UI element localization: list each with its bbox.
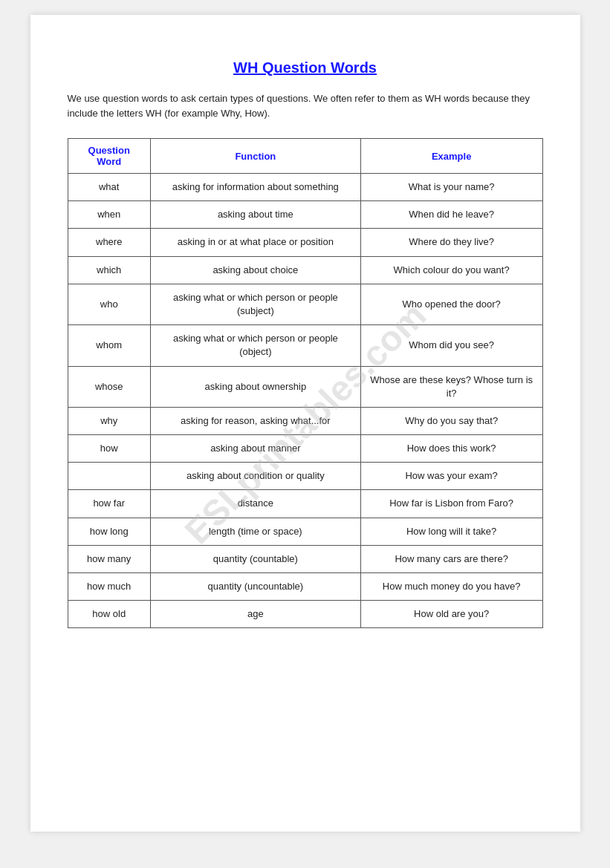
cell-question-word: where bbox=[68, 229, 150, 256]
cell-example: Whose are these keys? Whose turn is it? bbox=[360, 366, 542, 407]
cell-example: How long will it take? bbox=[360, 518, 542, 545]
table-row: whereasking in or at what place or posit… bbox=[68, 229, 542, 256]
cell-question-word: which bbox=[68, 256, 150, 284]
cell-example: Why do you say that? bbox=[360, 407, 542, 434]
cell-question-word: how much bbox=[68, 573, 150, 601]
cell-example: Who opened the door? bbox=[360, 284, 542, 324]
table-row: whyasking for reason, asking what...forW… bbox=[68, 407, 542, 434]
cell-example: How was your exam? bbox=[360, 463, 542, 490]
cell-example: Where do they live? bbox=[360, 229, 542, 256]
wh-words-table: Question Word Function Example whataskin… bbox=[68, 138, 543, 628]
table-row: whoasking what or which person or people… bbox=[68, 284, 542, 324]
cell-example: How old are you? bbox=[360, 601, 542, 628]
table-row: whatasking for information about somethi… bbox=[68, 174, 542, 201]
intro-paragraph: We use question words to ask certain typ… bbox=[68, 91, 543, 120]
cell-function: quantity (uncountable) bbox=[150, 573, 360, 601]
cell-question-word: why bbox=[68, 407, 150, 434]
cell-function: length (time or space) bbox=[150, 518, 360, 545]
cell-function: asking about ownership bbox=[150, 366, 360, 407]
table-row: how oldageHow old are you? bbox=[68, 601, 542, 628]
table-row: asking about condition or qualityHow was… bbox=[68, 463, 542, 490]
cell-question-word: who bbox=[68, 284, 150, 324]
table-row: whenasking about timeWhen did he leave? bbox=[68, 201, 542, 229]
cell-example: How much money do you have? bbox=[360, 573, 542, 601]
table-row: how manyquantity (countable)How many car… bbox=[68, 545, 542, 572]
col-header-example: Example bbox=[360, 139, 542, 174]
cell-question-word: when bbox=[68, 201, 150, 229]
table-row: howasking about mannerHow does this work… bbox=[68, 435, 542, 463]
cell-example: Whom did you see? bbox=[360, 325, 542, 366]
cell-example: How far is Lisbon from Faro? bbox=[360, 490, 542, 518]
table-row: how fardistanceHow far is Lisbon from Fa… bbox=[68, 490, 542, 518]
cell-question-word: how far bbox=[68, 490, 150, 518]
cell-function: asking about time bbox=[150, 201, 360, 229]
cell-question-word: whom bbox=[68, 325, 150, 366]
cell-question-word: whose bbox=[68, 366, 150, 407]
table-row: whichasking about choiceWhich colour do … bbox=[68, 256, 542, 284]
cell-question-word: how bbox=[68, 435, 150, 463]
table-row: whomasking what or which person or peopl… bbox=[68, 325, 542, 366]
cell-function: asking for information about something bbox=[150, 174, 360, 201]
table-row: how longlength (time or space)How long w… bbox=[68, 518, 542, 545]
col-header-question-word: Question Word bbox=[68, 139, 150, 174]
page-title: WH Question Words bbox=[68, 59, 543, 76]
cell-function: age bbox=[150, 601, 360, 628]
cell-example: What is your name? bbox=[360, 174, 542, 201]
cell-question-word: how old bbox=[68, 601, 150, 628]
table-row: how muchquantity (uncountable)How much m… bbox=[68, 573, 542, 601]
cell-question-word: how many bbox=[68, 545, 150, 572]
table-row: whoseasking about ownershipWhose are the… bbox=[68, 366, 542, 407]
cell-example: Which colour do you want? bbox=[360, 256, 542, 284]
cell-example: How does this work? bbox=[360, 435, 542, 463]
cell-function: asking in or at what place or position bbox=[150, 229, 360, 256]
cell-example: When did he leave? bbox=[360, 201, 542, 229]
col-header-function: Function bbox=[150, 139, 360, 174]
cell-function: quantity (countable) bbox=[150, 545, 360, 572]
cell-function: asking what or which person or people (s… bbox=[150, 284, 360, 324]
cell-question-word bbox=[68, 463, 150, 490]
cell-question-word: how long bbox=[68, 518, 150, 545]
cell-example: How many cars are there? bbox=[360, 545, 542, 572]
cell-question-word: what bbox=[68, 174, 150, 201]
cell-function: asking about choice bbox=[150, 256, 360, 284]
cell-function: asking for reason, asking what...for bbox=[150, 407, 360, 434]
page: ESLprintables.com WH Question Words We u… bbox=[30, 15, 580, 832]
cell-function: asking what or which person or people (o… bbox=[150, 325, 360, 366]
table-header-row: Question Word Function Example bbox=[68, 139, 542, 174]
cell-function: distance bbox=[150, 490, 360, 518]
cell-function: asking about manner bbox=[150, 435, 360, 463]
cell-function: asking about condition or quality bbox=[150, 463, 360, 490]
